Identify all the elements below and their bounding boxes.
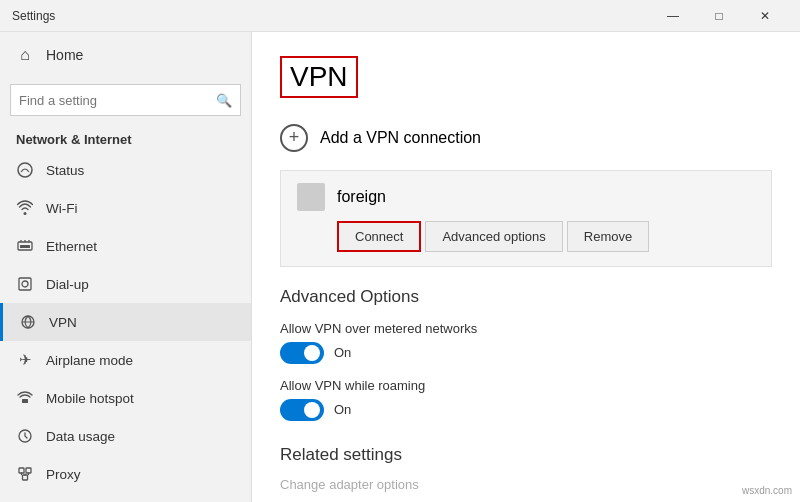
related-settings-title: Related settings [280,445,772,465]
search-icon-button[interactable]: 🔍 [216,93,232,108]
title-bar-controls: — □ ✕ [650,0,788,32]
sidebar-item-datausage[interactable]: Data usage [0,417,251,455]
related-settings-section: Related settings Change adapter options [280,445,772,493]
sidebar: ⌂ Home 🔍 Network & Internet Status [0,32,252,502]
ethernet-icon [16,237,34,255]
title-bar-text: Settings [12,9,650,23]
roaming-toggle[interactable] [280,399,324,421]
sidebar-item-proxy[interactable]: Proxy [0,455,251,493]
app-body: ⌂ Home 🔍 Network & Internet Status [0,32,800,502]
svg-rect-6 [22,399,28,403]
close-button[interactable]: ✕ [742,0,788,32]
sidebar-label-datausage: Data usage [46,429,115,444]
dialup-icon [16,275,34,293]
metered-toggle-state: On [334,345,351,360]
sidebar-label-wifi: Wi-Fi [46,201,77,216]
vpn-card-header: foreign [297,183,755,211]
sidebar-item-home[interactable]: ⌂ Home [0,32,251,78]
metered-networks-toggle[interactable] [280,342,324,364]
metered-toggle-row: On [280,342,772,364]
sidebar-label-ethernet: Ethernet [46,239,97,254]
sidebar-item-wifi[interactable]: Wi-Fi [0,189,251,227]
status-icon [16,161,34,179]
sidebar-label-proxy: Proxy [46,467,81,482]
svg-rect-2 [20,245,30,248]
roaming-toggle-row: On [280,399,772,421]
plus-icon: + [280,124,308,152]
remove-button[interactable]: Remove [567,221,649,252]
sidebar-section-title: Network & Internet [0,126,251,151]
vpn-connection-icon [297,183,325,211]
advanced-options-button[interactable]: Advanced options [425,221,562,252]
hotspot-icon [16,389,34,407]
add-vpn-button[interactable]: + Add a VPN connection [280,118,772,158]
svg-rect-10 [23,475,28,480]
title-bar: Settings — □ ✕ [0,0,800,32]
maximize-button[interactable]: □ [696,0,742,32]
connect-button[interactable]: Connect [337,221,421,252]
watermark: wsxdn.com [742,485,792,496]
metered-networks-label: Allow VPN over metered networks [280,321,772,336]
svg-point-4 [22,281,28,287]
sidebar-item-vpn[interactable]: VPN [0,303,251,341]
vpn-icon [19,313,37,331]
vpn-action-buttons: Connect Advanced options Remove [297,221,755,252]
sidebar-label-dialup: Dial-up [46,277,89,292]
roaming-label: Allow VPN while roaming [280,378,772,393]
wifi-icon [16,199,34,217]
sidebar-home-label: Home [46,47,83,63]
sidebar-item-dialup[interactable]: Dial-up [0,265,251,303]
advanced-options-title: Advanced Options [280,287,772,307]
sidebar-label-vpn: VPN [49,315,77,330]
svg-rect-8 [19,468,24,473]
roaming-toggle-state: On [334,402,351,417]
svg-rect-9 [26,468,31,473]
content-area: VPN + Add a VPN connection foreign Conne… [252,32,800,502]
roaming-option: Allow VPN while roaming On [280,378,772,421]
sidebar-label-status: Status [46,163,84,178]
sidebar-item-airplane[interactable]: ✈ Airplane mode [0,341,251,379]
proxy-icon [16,465,34,483]
svg-rect-3 [19,278,31,290]
sidebar-item-status[interactable]: Status [0,151,251,189]
vpn-connection-card: foreign Connect Advanced options Remove [280,170,772,267]
advanced-options-section: Advanced Options Allow VPN over metered … [280,287,772,421]
sidebar-label-airplane: Airplane mode [46,353,133,368]
airplane-icon: ✈ [16,351,34,369]
sidebar-label-hotspot: Mobile hotspot [46,391,134,406]
sidebar-item-ethernet[interactable]: Ethernet [0,227,251,265]
search-input[interactable] [19,93,216,108]
vpn-connection-name: foreign [337,188,386,206]
home-icon: ⌂ [16,46,34,64]
search-box: 🔍 [10,84,241,116]
add-vpn-label: Add a VPN connection [320,129,481,147]
change-adapter-options-link[interactable]: Change adapter options [280,477,419,492]
svg-point-0 [18,163,32,177]
sidebar-item-hotspot[interactable]: Mobile hotspot [0,379,251,417]
page-title: VPN [280,56,358,98]
metered-networks-option: Allow VPN over metered networks On [280,321,772,364]
datausage-icon [16,427,34,445]
minimize-button[interactable]: — [650,0,696,32]
